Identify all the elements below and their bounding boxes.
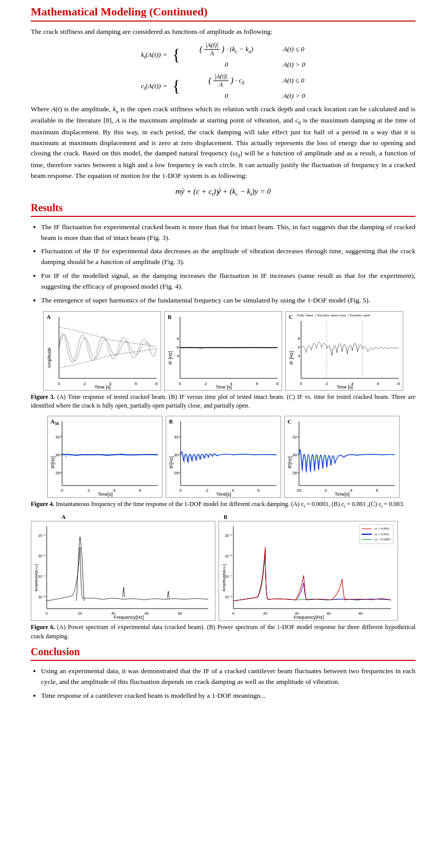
svg-text:0: 0: [179, 488, 182, 493]
svg-text:10⁻⁷: 10⁻⁷: [225, 575, 232, 578]
svg-text:30: 30: [174, 453, 179, 457]
svg-text:32: 32: [292, 435, 297, 439]
fig4-chart-a: IF[Hz] Time[s] 32 30 28 0 2 4 6: [48, 416, 163, 498]
figure4-caption: Figure 4. Instantaneous frequency of the…: [31, 500, 415, 510]
title-divider: [31, 21, 415, 22]
svg-text:30: 30: [55, 453, 60, 457]
svg-text:6: 6: [257, 488, 260, 493]
results-heading: Results: [31, 202, 415, 214]
svg-text:10⁻⁸: 10⁻⁸: [225, 595, 232, 599]
figure6-caption: Figure 6. (A) Power spectrum of experime…: [31, 623, 415, 641]
svg-text:0: 0: [232, 612, 234, 615]
svg-text:6: 6: [298, 345, 301, 350]
svg-text:Time [s]: Time [s]: [215, 385, 232, 390]
svg-text:4: 4: [230, 381, 233, 386]
svg-text:8: 8: [177, 336, 180, 341]
conclusion-item-1: Using an experimental data, it was demon…: [41, 666, 415, 688]
svg-text:6: 6: [377, 381, 380, 386]
svg-text:Time [s]: Time [s]: [94, 385, 111, 390]
svg-text:2: 2: [87, 488, 90, 493]
results-divider: [31, 216, 415, 217]
fig6-chart-a: Amplitude[a.u.] Frequency[Hz] 10⁻⁵ 10⁻⁶ …: [31, 521, 216, 621]
svg-text:6: 6: [375, 488, 378, 493]
svg-text:60: 60: [327, 612, 331, 615]
svg-text:8: 8: [155, 381, 158, 386]
result-item-4: The emergence of super harmonics of the …: [41, 295, 415, 306]
svg-text:80: 80: [178, 612, 182, 615]
svg-text:40: 40: [295, 612, 299, 615]
svg-text:8: 8: [298, 336, 301, 341]
figure6-row: A Amplitude[a.u.] Frequency[Hz] 10⁻⁵ 10⁻…: [31, 514, 415, 621]
svg-text:10⁻⁷: 10⁻⁷: [38, 575, 46, 578]
result-item-1: The IF fluctuation for experimental crac…: [41, 222, 415, 244]
svg-text:0: 0: [300, 381, 303, 386]
svg-text:40: 40: [111, 612, 115, 615]
svg-text:10⁻⁵: 10⁻⁵: [225, 534, 232, 537]
svg-text:28: 28: [55, 471, 60, 475]
svg-text:10⁻⁵: 10⁻⁵: [38, 534, 46, 537]
figure6-panel-b: ct = 0.003 ct = 0.001 ct = 0.0001 Amplit…: [219, 521, 398, 621]
svg-text:Frequency[Hz]: Frequency[Hz]: [294, 615, 324, 620]
result-item-3: For IF of the modelled signal, as the da…: [41, 271, 415, 292]
svg-text:IF[Hz]: IF[Hz]: [169, 456, 174, 469]
fig3-chart-a: Amplitude Time [s] 0 2 4 6 8: [44, 312, 162, 391]
svg-text:6: 6: [135, 381, 137, 386]
figure4-panel-b: B IF[Hz] Time[s] 32 30 28 0 2 4 6: [166, 416, 281, 498]
svg-text:30: 30: [292, 453, 297, 457]
figure3-caption: Figure 3. (A) Time response of tested cr…: [31, 393, 415, 411]
svg-text:10⁻⁶: 10⁻⁶: [38, 554, 46, 558]
svg-text:8: 8: [398, 381, 400, 386]
svg-text:0: 0: [46, 612, 48, 615]
conclusion-item-2: Time response of a cantilever cracked be…: [41, 691, 415, 701]
svg-text:4: 4: [351, 381, 354, 386]
ct-equation: ct(A(t)) = { ( |A(t)|A ) · c0 A(t) ≤ 0: [31, 73, 415, 100]
svg-text:IF [Hz]: IF [Hz]: [168, 351, 173, 365]
figure3-container: A Amplitude Time [s] 0 2 4: [31, 311, 415, 391]
svg-text:4: 4: [113, 488, 115, 493]
svg-text:60: 60: [145, 612, 149, 615]
conclusion-divider: [31, 660, 415, 661]
figure4-panel-c: C IF[Hz] Time[s] 32 30 28 20 2 4 6: [284, 416, 400, 498]
fig4-chart-c: IF[Hz] Time[s] 32 30 28 20 2 4 6: [285, 416, 400, 498]
svg-text:6: 6: [256, 381, 259, 386]
svg-text:28: 28: [292, 471, 297, 475]
fig3-chart-c: IF [Hz] Time [s] 8 6 4 0 2 4: [286, 312, 404, 391]
svg-text:2: 2: [206, 488, 208, 493]
svg-text:IF[Hz]: IF[Hz]: [287, 456, 292, 469]
results-list: The IF fluctuation for experimental crac…: [41, 222, 415, 306]
svg-text:2: 2: [84, 381, 86, 386]
conclusion-heading: Conclusion: [31, 646, 415, 658]
svg-text:8: 8: [276, 381, 279, 386]
svg-text:4: 4: [231, 488, 234, 493]
svg-text:20: 20: [296, 488, 301, 493]
svg-text:28: 28: [174, 471, 179, 475]
svg-text:Time[s]: Time[s]: [97, 492, 112, 497]
svg-text:0: 0: [58, 381, 61, 386]
svg-text:2: 2: [324, 488, 327, 493]
figure4-panel-a: A34 IF[Hz] Time[s] 32 30 28 0 2 4 6: [47, 416, 163, 498]
svg-text:10⁻⁸: 10⁻⁸: [38, 595, 46, 599]
svg-text:6: 6: [138, 488, 141, 493]
svg-text:2: 2: [326, 381, 328, 386]
svg-text:4: 4: [177, 354, 180, 358]
figure4-container: A34 IF[Hz] Time[s] 32 30 28 0 2 4 6: [31, 416, 415, 498]
page-container: Mathematical Modeling (Continued) The cr…: [0, 0, 436, 715]
figure3-panel-c: C Fully Open Partially open-close Partia…: [285, 311, 403, 391]
kt-equation: kt(A(t)) = { ( |A(t)|A ) · (kc − ko) A(t…: [31, 42, 415, 69]
main-equation: mÿ + (c + ct)ẏ + (kc − kt)y = 0: [31, 187, 415, 197]
svg-text:6: 6: [177, 345, 180, 350]
svg-text:20: 20: [263, 612, 267, 615]
svg-text:0: 0: [61, 488, 63, 493]
svg-text:0: 0: [179, 381, 182, 386]
fig3-chart-b: IF [Hz] Time [s] 8 6 4 0 2 4 6 8: [165, 312, 283, 391]
page-title: Mathematical Modeling (Continued): [31, 5, 415, 18]
svg-text:4: 4: [350, 488, 352, 493]
fig4-chart-b: IF[Hz] Time[s] 32 30 28 0 2 4 6: [166, 416, 282, 498]
figure3-panel-b: B IF [Hz] Time [s] 8 6 4 0 2 4 6 8: [164, 311, 282, 391]
conclusion-list: Using an experimental data, it was demon…: [41, 666, 415, 701]
svg-text:Frequency[Hz]: Frequency[Hz]: [114, 615, 144, 620]
svg-text:20: 20: [78, 612, 82, 615]
svg-text:32: 32: [174, 435, 179, 439]
svg-text:4: 4: [298, 354, 301, 358]
svg-text:IF [Hz]: IF [Hz]: [289, 351, 294, 365]
